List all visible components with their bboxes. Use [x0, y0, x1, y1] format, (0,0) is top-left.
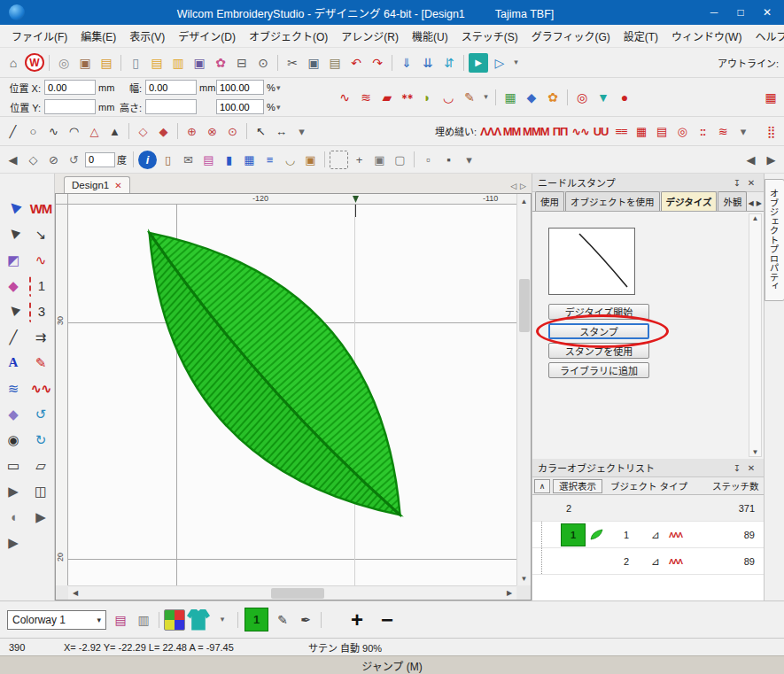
motif-tool-icon[interactable]: ≋ — [2, 376, 25, 399]
marquee-select-icon[interactable] — [330, 151, 348, 169]
close-button[interactable]: ✕ — [754, 2, 780, 23]
tab-appearance[interactable]: 外観 — [718, 191, 747, 211]
applique-tool-icon[interactable]: ◆ — [2, 402, 25, 425]
wilcom-logo-icon[interactable]: W — [25, 53, 44, 72]
fancy-dots-icon[interactable]: ⣿ — [762, 122, 780, 141]
connection-manager-icon[interactable]: ⇵ — [439, 53, 459, 73]
pos-y-input[interactable] — [44, 99, 96, 114]
thread-palette-icon[interactable]: ▮ — [220, 151, 238, 169]
copy-icon[interactable]: ▣ — [304, 53, 323, 73]
zigzag2-tool-icon[interactable]: ∿∿ — [29, 376, 52, 399]
fill-lattice-icon[interactable]: ▦ — [633, 122, 651, 141]
horizontal-scrollbar[interactable]: ◀ ▶ — [68, 585, 516, 600]
save-design-icon[interactable]: ▣ — [190, 53, 209, 73]
fill-weave-icon[interactable]: ▤ — [653, 122, 671, 141]
birail-icon[interactable]: ◡ — [281, 151, 299, 169]
height-input[interactable] — [145, 99, 197, 114]
stitch-player-icon[interactable]: ▶ — [469, 53, 488, 73]
design-library-icon[interactable]: ▤ — [97, 53, 116, 73]
fill-satin-icon[interactable]: MM — [502, 122, 521, 141]
pen-run-icon[interactable]: ✎ — [460, 88, 479, 107]
fill-contour-icon[interactable]: ≡≡ — [612, 122, 631, 141]
fill-stipple-icon[interactable]: :: — [694, 122, 712, 141]
stitch-list-icon[interactable]: ≡ — [260, 151, 279, 169]
new-design-icon[interactable]: ▯ — [126, 53, 145, 73]
colorway-open-icon[interactable]: ▥ — [133, 609, 154, 631]
open-object-tool-icon[interactable]: ╱ — [4, 122, 22, 141]
apply-color-icon[interactable]: ✒ — [295, 609, 316, 631]
tab-use-object[interactable]: オブジェクトを使用 — [565, 191, 660, 211]
remove-overlap-icon[interactable]: ⊘ — [44, 151, 63, 169]
colorway-editor-icon[interactable]: ▤ — [199, 151, 218, 169]
fill-loop-icon[interactable]: UU — [592, 122, 610, 141]
star-digitize-icon[interactable]: ◆ — [154, 122, 173, 141]
pen-tool-icon[interactable]: ✎ — [29, 351, 52, 374]
write-to-machine-icon[interactable]: ⇓ — [397, 53, 416, 73]
zigzag-stitch-tool-icon[interactable]: WM — [29, 197, 52, 220]
snap-grid-icon[interactable]: ▫ — [419, 151, 438, 169]
tab-digitize[interactable]: デジタイズ — [661, 191, 718, 211]
open-design-icon[interactable]: ▤ — [147, 53, 167, 73]
current-color-swatch[interactable]: 1 — [245, 608, 268, 631]
closed-curve-tool-icon[interactable]: ◠ — [65, 122, 83, 141]
expand-outline-icon[interactable]: ▶ — [29, 505, 52, 528]
mouse-settings-icon[interactable]: ◖ — [2, 505, 25, 528]
scroll-down-icon[interactable]: ▼ — [517, 571, 532, 585]
vertical-scrollbar[interactable]: ▲ ▼ — [516, 194, 531, 585]
horizontal-scroll-thumb[interactable] — [271, 588, 324, 599]
hoop-icon[interactable]: ◎ — [54, 53, 74, 73]
digitize-run-icon[interactable]: △ — [85, 122, 104, 141]
pin-icon[interactable]: ↧ — [730, 175, 744, 190]
panel-scroll-down-icon[interactable]: ▼ — [752, 448, 759, 456]
ruler-guide-marker[interactable] — [353, 196, 359, 203]
magic-wand-icon[interactable]: ◆ — [2, 274, 25, 297]
overlay-grid-icon[interactable]: ▦ — [240, 151, 259, 169]
reshape-object-icon[interactable]: ↖ — [252, 122, 270, 141]
pos-x-input[interactable] — [44, 80, 96, 95]
print-preview-icon[interactable]: ⊙ — [253, 53, 273, 73]
unlock-icon[interactable]: ▢ — [391, 151, 409, 169]
minimize-button[interactable]: ─ — [701, 2, 727, 23]
show-selected-button[interactable]: 選択表示 — [553, 479, 602, 493]
color-picker-tool-icon[interactable]: ◩ — [2, 248, 25, 271]
stamp-button[interactable]: スタンプ — [548, 323, 649, 339]
satin-stitch-icon[interactable]: ▰ — [377, 88, 397, 107]
snap-node-icon[interactable]: ▪ — [439, 151, 458, 169]
scale-y-input[interactable] — [216, 99, 264, 114]
palette-icon[interactable] — [164, 609, 185, 631]
menu-help[interactable]: ヘルプ(H) — [749, 25, 784, 47]
add-node-icon[interactable]: + — [350, 151, 369, 169]
fields-overflow2-icon[interactable]: ▾ — [276, 103, 291, 112]
panel-close-icon[interactable]: ✕ — [744, 175, 758, 190]
undo-icon[interactable]: ↶ — [346, 53, 366, 73]
collapse-all-button[interactable]: ∧ — [534, 479, 550, 493]
panel-tab-prev-icon[interactable]: ◀ — [748, 199, 753, 207]
lock-icon[interactable]: ▣ — [370, 151, 389, 169]
panel-prev-icon[interactable]: ◀ — [741, 151, 760, 169]
fill-e-stitch-icon[interactable]: MMM — [523, 122, 549, 141]
target-tool-icon[interactable]: ◉ — [2, 428, 25, 451]
sculpture-run-icon[interactable]: ◡ — [439, 88, 458, 107]
triple-run-icon[interactable]: ≋ — [356, 88, 376, 107]
menu-edit[interactable]: 編集(E) — [74, 25, 122, 47]
outline-1-tool-icon[interactable]: 1 — [29, 274, 52, 297]
fill-zigzag-icon[interactable]: ΛΛΛ — [480, 122, 501, 141]
vector-shape-icon[interactable]: ◆ — [522, 88, 541, 107]
use-stamp-button[interactable]: スタンプを使用 — [548, 343, 649, 359]
add-color-button[interactable]: + — [344, 609, 370, 631]
info-icon[interactable]: i — [138, 151, 157, 169]
remove-color-button[interactable]: − — [374, 609, 400, 631]
thread-picker-icon[interactable]: ✎ — [272, 609, 293, 631]
add-to-library-button[interactable]: ライブラリに追加 — [548, 362, 649, 378]
panel-tab-next-icon[interactable]: ▶ — [757, 199, 762, 207]
vertical-scroll-thumb[interactable] — [519, 279, 530, 332]
fill-overflow-icon[interactable]: ▾ — [734, 122, 753, 141]
menu-function[interactable]: 機能(U) — [406, 25, 454, 47]
object-properties-tab[interactable]: オブジェクトプロパティ — [765, 179, 784, 301]
freehand-select-icon[interactable]: ▶ — [0, 295, 29, 328]
polygon-select-icon[interactable]: ▶ — [0, 218, 29, 251]
edit-overflow-icon[interactable]: ▾ — [460, 151, 478, 169]
export-machine-file-icon[interactable]: ✿ — [211, 53, 230, 73]
lettering-tool-icon[interactable]: A — [2, 351, 25, 374]
wave-tool-icon[interactable]: ∿ — [29, 248, 52, 271]
